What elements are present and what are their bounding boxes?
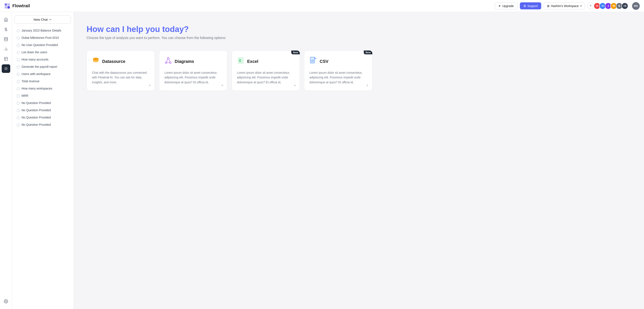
chat-item[interactable]: ◯ Generate the payroll report — [14, 63, 71, 70]
avatar-overflow[interactable]: +5 — [622, 2, 628, 9]
support-label: Support — [527, 4, 538, 8]
chat-item-label: Users with workspace — [22, 72, 50, 76]
chat-item-label: Generate the payroll report — [22, 65, 57, 68]
card-body: Lorem ipsum dolor sit amet consectetur, … — [310, 70, 367, 85]
card-body: Chat with the datasources you connected … — [92, 70, 150, 85]
chat-item-label: No Question Provided — [22, 116, 51, 119]
card-title: CSV — [320, 59, 328, 64]
chat-bubble-icon: ◯ — [17, 43, 20, 47]
svg-line-27 — [169, 59, 170, 62]
card-excel[interactable]: Beta X Excel Lorem ipsum dolor sit amet … — [232, 50, 300, 91]
cards-row: Datasource Chat with the datasources you… — [86, 50, 631, 91]
chat-bubble-icon: ◯ — [17, 72, 20, 76]
chat-sidebar: New Chat ✏ ◯ January 2023 Balance Detail… — [12, 12, 74, 309]
svg-rect-2 — [5, 6, 7, 8]
header-right: ✦ Upgrade ⊛ Support ⊞ Hashim's Workspace… — [495, 2, 640, 10]
hero-title: How can I help you today? — [86, 25, 631, 34]
discord-icon: ⊛ — [523, 4, 526, 8]
chat-item[interactable]: ◯ No Question Provided — [14, 99, 71, 106]
logo-icon — [4, 3, 10, 9]
svg-point-25 — [170, 62, 171, 63]
chat-bubble-icon: ◯ — [17, 87, 20, 90]
chat-bubble-icon: ◯ — [17, 36, 20, 39]
card-title: Excel — [247, 59, 258, 64]
card-datasource[interactable]: Datasource Chat with the datasources you… — [86, 50, 155, 91]
beta-badge: Beta — [364, 50, 372, 54]
chat-bubble-icon: ◯ — [17, 109, 20, 112]
chat-item[interactable]: ◯ No Question Provided — [14, 121, 71, 128]
logo: Flowtrail — [4, 3, 30, 9]
chat-item[interactable]: ◯ List down the users — [14, 49, 71, 56]
nav-reports[interactable] — [2, 54, 10, 63]
chat-bubble-icon: ◯ — [17, 29, 20, 32]
chat-item[interactable]: ◯ Dubai Milestones Post-2010 — [14, 34, 71, 41]
nav-home[interactable] — [2, 15, 10, 24]
card-arrow: » — [149, 83, 151, 87]
card-diagrams[interactable]: Diagrams Lorem ipsum dolor sit amet cons… — [159, 50, 227, 91]
nav-settings[interactable] — [2, 297, 10, 306]
beta-badge: Beta — [291, 50, 300, 54]
card-title: Datasource — [102, 59, 126, 64]
new-chat-label: New Chat — [34, 18, 48, 21]
chat-bubble-icon: ◯ — [17, 101, 20, 105]
chat-item-label: No Question Provided — [22, 108, 51, 112]
chat-item[interactable]: ◯ No User Question Provided — [14, 41, 71, 48]
card-icon-datasource — [92, 57, 100, 66]
chat-item[interactable]: ◯ Users with workspace — [14, 70, 71, 77]
chat-bubble-icon: ◯ — [17, 65, 20, 68]
svg-rect-9 — [4, 57, 8, 60]
chat-item[interactable]: ◯ How many workspaces — [14, 85, 71, 92]
support-button[interactable]: ⊛ Support — [520, 2, 541, 9]
chat-item-label: List down the users — [22, 50, 47, 54]
logo-text: Flowtrail — [12, 3, 30, 8]
card-title: Diagrams — [175, 59, 194, 64]
svg-line-26 — [167, 59, 168, 62]
card-body: Lorem ipsum dolor sit amet consectetur, … — [237, 70, 294, 85]
chat-item[interactable]: ◯ January 2023 Balance Details — [14, 27, 71, 34]
svg-text:X: X — [239, 59, 241, 62]
upgrade-label: Upgrade — [502, 4, 514, 8]
card-icon-diagrams — [164, 57, 172, 66]
user-avatar[interactable]: HA — [632, 2, 640, 10]
nav-ai[interactable] — [2, 64, 10, 73]
svg-point-12 — [5, 68, 6, 69]
workspace-label: Hashim's Workspace — [551, 4, 579, 8]
card-arrow: » — [366, 83, 368, 87]
app-wrapper: Flowtrail ✦ Upgrade ⊛ Support ⊞ Hashim's… — [0, 0, 644, 309]
card-csv[interactable]: Beta CSV Lorem ipsum dolor sit amet cons… — [304, 50, 372, 91]
nav-analytics[interactable] — [2, 45, 10, 53]
card-header: X Excel — [237, 57, 294, 66]
card-arrow: » — [221, 83, 223, 87]
chat-item-label: No User Question Provided — [22, 43, 58, 47]
chat-item[interactable]: ◯ MRR — [14, 92, 71, 99]
add-member-button[interactable]: + — [587, 2, 594, 9]
svg-rect-1 — [8, 3, 10, 6]
workspace-icon: ⊞ — [547, 4, 550, 8]
card-arrow: » — [294, 83, 296, 87]
chat-item[interactable]: ◯ No Question Provided — [14, 107, 71, 114]
chat-list: ◯ January 2023 Balance Details ◯ Dubai M… — [14, 27, 71, 128]
avatar-group: + H H J M B +5 — [587, 2, 628, 9]
chat-bubble-icon: ◯ — [17, 51, 20, 54]
svg-point-21 — [5, 301, 6, 302]
svg-point-23 — [168, 57, 169, 59]
card-icon-excel: X — [237, 57, 244, 66]
svg-line-19 — [4, 70, 5, 70]
chat-item-label: How many workspaces — [22, 87, 52, 90]
upgrade-button[interactable]: ✦ Upgrade — [495, 2, 517, 9]
new-chat-button[interactable]: New Chat ✏ — [14, 15, 71, 24]
chat-item-label: Dubai Milestones Post-2010 — [22, 36, 59, 39]
chat-item-label: No Question Provided — [22, 101, 51, 105]
nav-datasource[interactable] — [2, 35, 10, 43]
chat-item[interactable]: ◯ Total revenue — [14, 78, 71, 85]
chat-bubble-icon: ◯ — [17, 94, 20, 97]
chat-item[interactable]: ◯ How many accounts — [14, 56, 71, 63]
card-body: Lorem ipsum dolor sit amet consectetur, … — [164, 70, 222, 85]
workspace-button[interactable]: ⊞ Hashim's Workspace ▾ — [544, 2, 585, 9]
chat-item-label: No Question Provided — [22, 123, 51, 126]
nav-pinned[interactable] — [2, 25, 10, 34]
svg-point-5 — [4, 37, 8, 38]
chat-bubble-icon: ◯ — [17, 116, 20, 119]
chat-item[interactable]: ◯ No Question Provided — [14, 114, 71, 121]
main-area: New Chat ✏ ◯ January 2023 Balance Detail… — [0, 12, 644, 309]
